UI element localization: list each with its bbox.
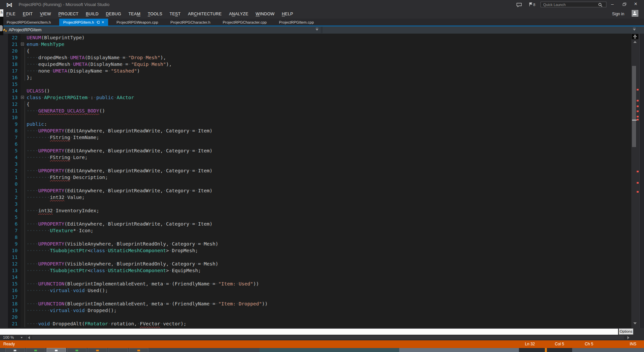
taskbar-app-6[interactable] bbox=[108, 348, 128, 352]
fold-margin bbox=[21, 48, 27, 54]
line-number: 4 bbox=[0, 207, 21, 214]
menu-item-team[interactable]: TEAM bbox=[125, 12, 144, 16]
line-number: 9 bbox=[0, 121, 21, 127]
error-mark bbox=[637, 105, 639, 107]
menu-item-analyze[interactable]: ANALYZE bbox=[225, 12, 252, 16]
options-bar: Options bbox=[0, 328, 644, 335]
code-text: ········FString·Description; bbox=[27, 174, 629, 181]
fold-margin bbox=[21, 314, 27, 320]
code-text: ········FString·ItemName; bbox=[27, 134, 629, 141]
member-dropdown[interactable] bbox=[322, 26, 639, 34]
divider bbox=[26, 335, 27, 340]
zoom-level-dropdown[interactable]: 100 % bbox=[0, 335, 26, 340]
taskbar-app-7[interactable] bbox=[129, 348, 148, 352]
menu-item-help[interactable]: HELP bbox=[278, 12, 297, 16]
window-title: ProjectRPG (Running) - Microsoft Visual … bbox=[19, 0, 109, 9]
menu-item-tools[interactable]: TOOLS bbox=[144, 12, 166, 16]
flag-icon bbox=[529, 2, 532, 7]
line-number: 11 bbox=[0, 107, 21, 114]
line-number: 18 bbox=[0, 300, 21, 307]
code-text: ····GENERATED_UCLASS_BODY() bbox=[27, 107, 629, 114]
minimize-button[interactable]: – bbox=[607, 0, 617, 9]
notifications-flag[interactable]: 8 bbox=[529, 2, 535, 7]
options-button[interactable]: Options bbox=[619, 328, 633, 335]
fold-margin bbox=[21, 174, 27, 181]
code-line: 17 bbox=[0, 294, 629, 300]
tab-projectrpgitem.cpp[interactable]: ProjectRPGItem.cpp bbox=[275, 19, 318, 26]
close-button[interactable]: × bbox=[631, 0, 641, 9]
feedback-bubble-icon[interactable] bbox=[516, 3, 522, 9]
line-number: 1 bbox=[0, 174, 21, 181]
code-editor[interactable]: 22UENUM(BlueprintType)21enum·MeshType20{… bbox=[0, 34, 644, 328]
taskbar-app-3[interactable] bbox=[47, 348, 66, 352]
code-text: ····UPROPERTY(EditAnywhere,·BlueprintRea… bbox=[27, 147, 629, 154]
menu-item-project[interactable]: PROJECT bbox=[55, 12, 82, 16]
menu-item-edit[interactable]: EDIT bbox=[19, 12, 37, 16]
menu-item-window[interactable]: WINDOW bbox=[252, 12, 278, 16]
fold-margin bbox=[21, 214, 27, 221]
restore-button[interactable] bbox=[619, 0, 629, 9]
code-text bbox=[27, 201, 629, 207]
horizontal-scrollbar-thumb[interactable] bbox=[32, 336, 624, 339]
line-number: 12 bbox=[0, 261, 21, 267]
user-avatar-icon[interactable] bbox=[632, 10, 638, 17]
taskbar-app-5[interactable] bbox=[88, 348, 107, 352]
menu-item-architecture[interactable]: ARCHITECTURE bbox=[184, 12, 226, 16]
taskbar-app-1[interactable] bbox=[5, 348, 25, 352]
tab-projectrpggenericitem.h[interactable]: ProjectRPGGenericItem.h bbox=[3, 19, 55, 26]
pin-icon[interactable] bbox=[96, 20, 100, 24]
tab-projectrpgcharacter.cpp[interactable]: ProjectRPGCharacter.cpp bbox=[219, 19, 270, 26]
fold-collapse-box[interactable] bbox=[21, 94, 27, 101]
line-number: 17 bbox=[0, 68, 21, 74]
quick-launch-input[interactable]: Quick Launch bbox=[541, 2, 606, 7]
scroll-down-arrow-icon[interactable] bbox=[633, 322, 637, 324]
line-number: 19 bbox=[0, 307, 21, 314]
error-mark bbox=[637, 171, 639, 172]
fold-margin bbox=[21, 34, 27, 41]
search-icon[interactable] bbox=[598, 2, 602, 8]
code-text bbox=[27, 181, 629, 187]
code-text bbox=[27, 114, 629, 121]
status-insert-mode: INS bbox=[630, 340, 636, 348]
tab-projectrpgitem.h[interactable]: ProjectRPGItem.h× bbox=[59, 19, 108, 26]
chevron-down-icon[interactable] bbox=[633, 29, 636, 31]
split-window-handle[interactable] bbox=[632, 34, 638, 39]
sign-in-link[interactable]: Sign in bbox=[612, 9, 624, 19]
menu-item-build[interactable]: BUILD bbox=[82, 12, 102, 16]
title-bar[interactable]: ⋈ ProjectRPG (Running) - Microsoft Visua… bbox=[0, 0, 644, 9]
line-number: 12 bbox=[0, 101, 21, 107]
code-line: 4····int32·InventoryIndex; bbox=[0, 207, 629, 214]
tab-projectrpgweapon.cpp[interactable]: ProjectRPGWeapon.cpp bbox=[112, 19, 162, 26]
code-line: 10········TSubobjectPtr<class·UStaticMes… bbox=[0, 247, 629, 254]
fold-margin bbox=[21, 320, 27, 327]
menu-item-view[interactable]: VIEW bbox=[36, 12, 55, 16]
error-mark bbox=[637, 110, 639, 112]
code-text bbox=[27, 234, 629, 241]
scroll-left-arrow-icon[interactable] bbox=[28, 336, 30, 339]
status-character-number: Ch 5 bbox=[585, 340, 593, 348]
fold-margin bbox=[21, 167, 27, 174]
scrollbar-thumb[interactable] bbox=[632, 66, 636, 147]
code-text bbox=[27, 294, 629, 300]
taskbar-app-4[interactable] bbox=[67, 348, 86, 352]
scroll-right-arrow-icon[interactable] bbox=[627, 336, 629, 339]
code-line: 5····UPROPERTY(EditAnywhere,·BlueprintRe… bbox=[0, 147, 629, 154]
code-text bbox=[27, 254, 629, 261]
tab-projectrpgcharacter.h[interactable]: ProjectRPGCharacter.h bbox=[166, 19, 214, 26]
scroll-up-arrow-icon[interactable] bbox=[633, 41, 637, 43]
menu-item-debug[interactable]: DEBUG bbox=[102, 12, 125, 16]
menu-item-test[interactable]: TEST bbox=[166, 12, 184, 16]
code-line: 9public: bbox=[0, 121, 629, 127]
line-number: 10 bbox=[0, 114, 21, 121]
fold-collapse-box[interactable] bbox=[21, 41, 27, 48]
options-bar-field[interactable] bbox=[0, 328, 618, 335]
type-dropdown[interactable]: AProjectRPGItem bbox=[0, 26, 321, 34]
chevron-down-icon[interactable] bbox=[316, 29, 318, 31]
vertical-scrollbar[interactable] bbox=[631, 34, 639, 328]
fold-margin bbox=[21, 101, 27, 107]
close-tab-icon[interactable]: × bbox=[102, 20, 104, 24]
taskbar-app-2[interactable] bbox=[26, 348, 45, 352]
menu-item-file[interactable]: FILE bbox=[3, 12, 19, 16]
fold-margin bbox=[21, 54, 27, 61]
fold-margin bbox=[21, 227, 27, 234]
